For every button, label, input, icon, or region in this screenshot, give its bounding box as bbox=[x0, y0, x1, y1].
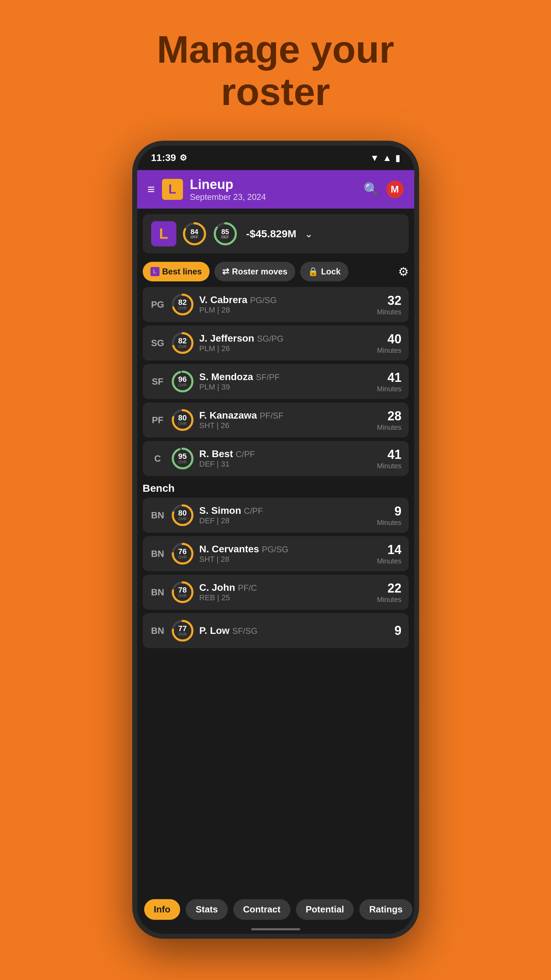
player-minutes-bn1: 9 Minutes bbox=[377, 504, 401, 527]
lock-icon: 🔒 bbox=[308, 267, 318, 277]
team-logo-summary: L bbox=[151, 221, 176, 247]
position-bn1: BN bbox=[150, 510, 166, 521]
player-info-sf: S. Mendoza SF/PF PLM | 39 bbox=[199, 371, 372, 391]
gear-icon: ⚙ bbox=[179, 153, 187, 163]
position-c: C bbox=[150, 453, 166, 464]
player-info-pg: V. Cabrera PG/SG PLM | 28 bbox=[199, 294, 372, 315]
position-pg: PG bbox=[150, 299, 166, 310]
battery-icon: ▮ bbox=[395, 153, 400, 164]
app-header: ≡ L Lineup September 23, 2024 🔍 M bbox=[137, 170, 414, 208]
position-bn4: BN bbox=[150, 625, 166, 636]
table-row[interactable]: BN 78 OVR C. John PF/C REB | 25 22 Minut… bbox=[143, 575, 409, 610]
player-info-c: R. Best C/PF DEF | 31 bbox=[199, 449, 372, 469]
ovr-circle-pg: 82 OVR bbox=[171, 293, 195, 317]
player-minutes-c: 41 Minutes bbox=[377, 447, 401, 470]
menu-button[interactable]: ≡ bbox=[148, 182, 155, 197]
player-minutes-bn2: 14 Minutes bbox=[377, 542, 401, 565]
ovr-circle-c: 95 OVR bbox=[171, 447, 195, 470]
table-row[interactable]: BN 80 OVR S. Simon C/PF DEF | 28 9 Minut… bbox=[143, 498, 409, 533]
player-minutes-bn3: 22 Minutes bbox=[377, 581, 401, 604]
team-logo-header: L bbox=[162, 179, 183, 200]
table-row[interactable]: C 95 OVR R. Best C/PF DEF | 31 41 Minute… bbox=[143, 441, 409, 476]
player-minutes-pg: 32 Minutes bbox=[377, 293, 401, 316]
header-title-group: Lineup September 23, 2024 bbox=[190, 177, 356, 202]
profile-button[interactable]: M bbox=[386, 181, 404, 198]
signal-icon: ▲ bbox=[383, 153, 392, 164]
search-button[interactable]: 🔍 bbox=[364, 182, 379, 197]
offense-rating-circle: 84 OFF bbox=[182, 221, 207, 247]
table-row[interactable]: SF 96 OVR S. Mendoza SF/PF PLM | 39 41 M… bbox=[143, 364, 409, 399]
bench-list: BN 80 OVR S. Simon C/PF DEF | 28 9 Minut… bbox=[137, 498, 414, 648]
ovr-circle-bn4: 77 OVR bbox=[171, 619, 195, 643]
table-row[interactable]: PF 80 OVR F. Kanazawa PF/SF SHT | 26 28 … bbox=[143, 402, 409, 438]
table-row[interactable]: BN 77 OVR P. Low SF/SG 9 bbox=[143, 613, 409, 648]
player-minutes-sf: 41 Minutes bbox=[377, 370, 401, 393]
ovr-circle-bn1: 80 OVR bbox=[171, 503, 195, 527]
tab-potential[interactable]: Potential bbox=[296, 899, 354, 920]
player-info-bn1: S. Simon C/PF DEF | 28 bbox=[199, 505, 372, 525]
status-bar: 11:39 ⚙ ▼ ▲ ▮ bbox=[137, 146, 414, 170]
lock-button[interactable]: 🔒 Lock bbox=[300, 262, 348, 282]
budget-dropdown-icon[interactable]: ⌄ bbox=[305, 228, 313, 240]
position-bn2: BN bbox=[150, 549, 166, 559]
bench-header: Bench bbox=[137, 479, 414, 498]
table-row[interactable]: BN 76 OVR N. Cervantes PG/SG SHT | 28 14… bbox=[143, 536, 409, 571]
ovr-circle-bn3: 78 OVR bbox=[171, 580, 195, 604]
tab-ratings[interactable]: Ratings bbox=[359, 899, 412, 920]
player-info-bn3: C. John PF/C REB | 25 bbox=[199, 582, 372, 602]
player-minutes-sg: 40 Minutes bbox=[377, 332, 401, 355]
ovr-circle-sg: 82 OVR bbox=[171, 331, 195, 355]
wifi-icon: ▼ bbox=[370, 153, 379, 164]
phone-frame: 11:39 ⚙ ▼ ▲ ▮ ≡ L Lineup September 23, 2… bbox=[132, 141, 419, 939]
swap-icon: ⇄ bbox=[222, 267, 229, 277]
status-icons: ▼ ▲ ▮ bbox=[370, 153, 400, 164]
position-pf: PF bbox=[150, 415, 166, 426]
roster-moves-button[interactable]: ⇄ Roster moves bbox=[214, 262, 295, 282]
table-row[interactable]: SG 82 OVR J. Jefferson SG/PG PLM | 26 40… bbox=[143, 326, 409, 361]
defense-rating-circle: 85 DEF bbox=[213, 221, 238, 247]
starters-list: PG 82 OVR V. Cabrera PG/SG PLM | 28 32 M… bbox=[137, 287, 414, 476]
player-info-bn2: N. Cervantes PG/SG SHT | 28 bbox=[199, 544, 372, 564]
player-info-bn4: P. Low SF/SG bbox=[199, 625, 390, 636]
home-indicator bbox=[251, 928, 300, 930]
tab-contract[interactable]: Contract bbox=[233, 899, 291, 920]
tab-stats[interactable]: Stats bbox=[186, 899, 228, 920]
table-row[interactable]: PG 82 OVR V. Cabrera PG/SG PLM | 28 32 M… bbox=[143, 287, 409, 322]
team-summary: L 84 OFF 85 DEF -$45.829M ⌄ bbox=[143, 214, 409, 253]
player-info-sg: J. Jefferson SG/PG PLM | 26 bbox=[199, 333, 372, 353]
status-time: 11:39 ⚙ bbox=[151, 152, 187, 164]
header-title: Lineup bbox=[190, 177, 356, 192]
header-subtitle: September 23, 2024 bbox=[190, 192, 356, 202]
position-sf: SF bbox=[150, 376, 166, 387]
ovr-circle-pf: 80 OVR bbox=[171, 408, 195, 432]
lineup-settings-button[interactable]: ⚙ bbox=[398, 265, 409, 278]
bottom-nav: Info Stats Contract Potential Ratings bbox=[137, 893, 414, 934]
player-minutes-bn4: 9 bbox=[394, 624, 401, 638]
ovr-circle-bn2: 76 OVR bbox=[171, 542, 195, 566]
page-title: Manage your roster bbox=[157, 28, 394, 113]
action-bar: L Best lines ⇄ Roster moves 🔒 Lock ⚙ bbox=[137, 259, 414, 287]
team-budget: -$45.829M bbox=[246, 228, 296, 240]
best-lines-logo: L bbox=[151, 267, 160, 276]
tab-info[interactable]: Info bbox=[144, 899, 181, 920]
position-bn3: BN bbox=[150, 587, 166, 598]
position-sg: SG bbox=[150, 338, 166, 348]
header-actions: 🔍 M bbox=[364, 181, 404, 198]
player-minutes-pf: 28 Minutes bbox=[377, 409, 401, 431]
ovr-circle-sf: 96 OVR bbox=[171, 370, 195, 393]
player-info-pf: F. Kanazawa PF/SF SHT | 26 bbox=[199, 410, 372, 430]
best-lines-button[interactable]: L Best lines bbox=[143, 262, 210, 282]
